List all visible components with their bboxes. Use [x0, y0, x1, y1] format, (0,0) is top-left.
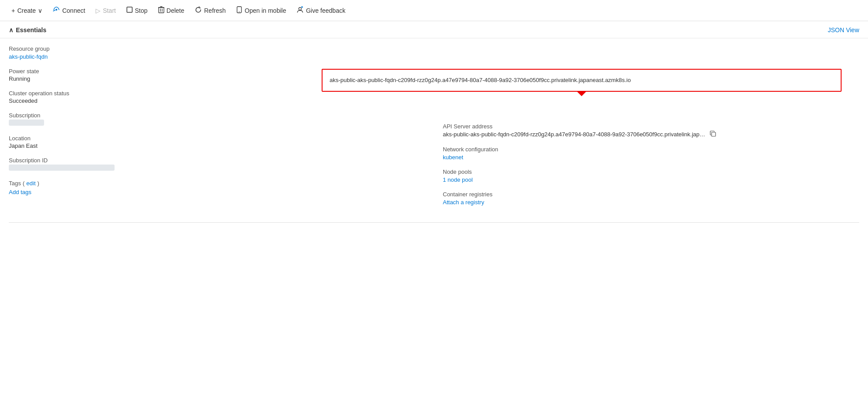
start-icon: ▷	[96, 7, 100, 14]
subscription-id-redacted	[9, 165, 115, 171]
cluster-op-field: Cluster operation status Succeeded	[9, 90, 434, 104]
create-button[interactable]: + Create ∨	[7, 4, 47, 17]
svg-rect-2	[159, 7, 164, 13]
open-in-mobile-button[interactable]: Open in mobile	[232, 4, 290, 17]
give-feedback-button[interactable]: Give feedback	[292, 4, 350, 17]
server-address-value: aks-public-aks-public-fqdn-c209fd-rzz0g2…	[443, 131, 707, 138]
svg-rect-1	[127, 7, 132, 12]
essentials-chevron-icon: ∧	[9, 26, 13, 34]
right-column: aks-public-aks-public-fqdn-c209fd-rzz0g2…	[434, 38, 859, 213]
feedback-icon	[297, 6, 304, 15]
toolbar: + Create ∨ Connect ▷ Start Stop	[0, 0, 868, 21]
essentials-title: ∧ Essentials	[9, 26, 46, 34]
give-feedback-label: Give feedback	[306, 7, 345, 14]
location-field: Location Japan East	[9, 135, 434, 149]
left-column: Resource group aks-public-fqdn Power sta…	[9, 38, 434, 213]
refresh-label: Refresh	[204, 7, 226, 14]
svg-rect-12	[712, 132, 716, 136]
stop-button[interactable]: Stop	[122, 4, 152, 17]
json-view-link[interactable]: JSON View	[828, 26, 859, 34]
subscription-label: Subscription	[9, 112, 434, 119]
svg-point-9	[299, 7, 301, 10]
location-value: Japan East	[9, 142, 434, 149]
delete-label: Delete	[167, 7, 184, 14]
tags-field: Tags ( edit ) Add tags	[9, 180, 434, 195]
subscription-id-label: Subscription ID	[9, 157, 434, 164]
refresh-button[interactable]: Refresh	[190, 4, 230, 17]
tags-label: Tags	[9, 180, 21, 187]
network-config-field: Network configuration kubenet	[443, 146, 859, 161]
create-plus-icon: +	[11, 7, 15, 14]
container-registries-label: Container registries	[443, 191, 859, 198]
resource-group-label: Resource group	[9, 45, 434, 52]
copy-icon[interactable]	[710, 131, 716, 138]
subscription-field: Subscription	[9, 112, 434, 127]
server-address-field: API Server address aks-public-aks-public…	[443, 123, 859, 138]
stop-icon	[126, 7, 133, 14]
attach-registry-link[interactable]: Attach a registry	[443, 199, 484, 206]
subscription-id-field: Subscription ID	[9, 157, 434, 172]
location-label: Location	[9, 135, 434, 142]
subscription-redacted	[9, 120, 44, 126]
start-label: Start	[103, 7, 116, 14]
refresh-icon	[195, 6, 202, 15]
create-label: Create	[17, 7, 36, 14]
essentials-body: Resource group aks-public-fqdn Power sta…	[0, 38, 868, 222]
resource-group-value[interactable]: aks-public-fqdn	[9, 53, 48, 60]
start-button[interactable]: ▷ Start	[91, 4, 120, 17]
node-pools-label: Node pools	[443, 169, 859, 175]
delete-icon	[158, 6, 164, 15]
right-col-inner: aks-public-aks-public-fqdn-c209fd-rzz0g2…	[434, 45, 859, 206]
resource-group-field: Resource group aks-public-fqdn	[9, 45, 434, 60]
fqdn-popup-text: aks-public-aks-public-fqdn-c209fd-rzz0g2…	[330, 77, 631, 83]
server-address-row: aks-public-aks-public-fqdn-c209fd-rzz0g2…	[443, 131, 859, 138]
container-registries-field: Container registries Attach a registry	[443, 191, 859, 206]
essentials-header: ∧ Essentials JSON View	[0, 21, 868, 38]
svg-point-8	[239, 11, 240, 12]
connect-button[interactable]: Connect	[48, 4, 89, 17]
node-pools-field: Node pools 1 node pool	[443, 169, 859, 183]
network-config-label: Network configuration	[443, 146, 859, 153]
svg-point-0	[56, 9, 57, 11]
mobile-icon	[236, 6, 242, 15]
subscription-id-value	[9, 165, 434, 172]
connect-label: Connect	[62, 7, 85, 14]
cluster-op-value: Succeeded	[9, 97, 434, 104]
connect-icon	[53, 6, 60, 15]
tags-row: Tags ( edit )	[9, 180, 434, 187]
network-config-value[interactable]: kubenet	[443, 154, 463, 161]
create-chevron-icon: ∨	[38, 7, 42, 14]
bottom-divider	[9, 222, 859, 223]
main-content: ∧ Essentials JSON View Resource group ak…	[0, 21, 868, 223]
open-in-mobile-label: Open in mobile	[245, 7, 286, 14]
subscription-value	[9, 120, 434, 127]
stop-label: Stop	[135, 7, 148, 14]
add-tags-link[interactable]: Add tags	[9, 189, 31, 195]
fqdn-popup: aks-public-aks-public-fqdn-c209fd-rzz0g2…	[322, 69, 842, 92]
server-address-label: API Server address	[443, 123, 859, 130]
node-pools-value[interactable]: 1 node pool	[443, 176, 473, 183]
delete-button[interactable]: Delete	[154, 4, 189, 17]
essentials-title-text: Essentials	[16, 26, 46, 34]
tags-edit-link[interactable]: edit	[26, 180, 36, 187]
